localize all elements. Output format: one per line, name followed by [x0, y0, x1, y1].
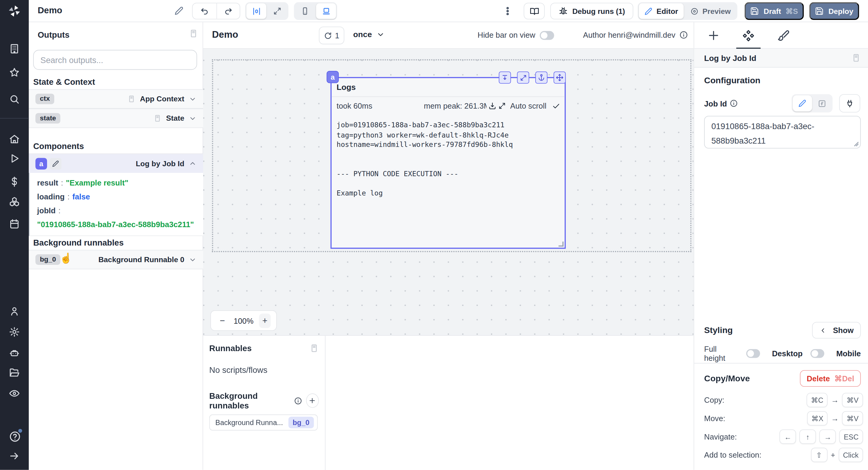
- users-icon[interactable]: [9, 306, 20, 317]
- bg-runnable-item[interactable]: Background Runna... bg_0: [209, 414, 318, 431]
- component-tag[interactable]: a: [327, 71, 339, 83]
- editor-tab[interactable]: Editor: [639, 3, 684, 19]
- add-bg-runnable-button[interactable]: [306, 393, 319, 408]
- info-icon[interactable]: [294, 396, 302, 405]
- ctx-row[interactable]: ctx App Context: [29, 89, 204, 109]
- search-outputs-input[interactable]: [33, 50, 197, 70]
- log-output[interactable]: job=01910865-188a-bab7-a3ec-588b9ba3c211…: [337, 120, 513, 198]
- help-notification-dot: [17, 428, 23, 434]
- static-input-mode-button[interactable]: [793, 95, 812, 111]
- schedules-icon[interactable]: [9, 218, 20, 230]
- section-divider: [694, 363, 868, 363]
- info-icon[interactable]: [679, 30, 688, 39]
- connect-input-button[interactable]: [839, 94, 860, 113]
- insert-tab-plus-icon[interactable]: [707, 29, 719, 41]
- bg0-row[interactable]: bg_0 Background Runnable 0: [29, 250, 204, 269]
- chevron-down-icon[interactable]: [189, 95, 196, 103]
- state-row[interactable]: state State: [29, 109, 204, 128]
- chevron-down-icon[interactable]: [189, 114, 196, 122]
- kbd-cmd-v: ⌘V: [842, 411, 863, 425]
- audit-icon[interactable]: [9, 388, 20, 399]
- desktop-label: Desktop: [772, 349, 802, 358]
- kebab-menu-icon[interactable]: [503, 6, 513, 16]
- run-mode-dropdown[interactable]: once: [353, 30, 384, 39]
- docs-button[interactable]: [524, 3, 545, 19]
- settings-component-name: Log by Job Id: [704, 53, 756, 62]
- desktop-toggle[interactable]: [810, 349, 824, 358]
- copy-label: Copy:: [704, 395, 724, 404]
- navigate-shortcut-row: Navigate: ← ↑ → ESC: [704, 429, 863, 444]
- autoscroll-check-icon[interactable]: [552, 102, 560, 110]
- move-handle[interactable]: [554, 71, 566, 84]
- search-icon[interactable]: [9, 93, 20, 105]
- favorites-icon[interactable]: [9, 67, 20, 78]
- centered-canvas-button[interactable]: [246, 3, 266, 19]
- full-height-toggle[interactable]: [746, 349, 760, 358]
- info-icon[interactable]: [730, 99, 738, 108]
- help-icon[interactable]: [9, 431, 21, 443]
- bg-runnables-title: Background runnables: [209, 391, 290, 410]
- result-kv[interactable]: result:"Example result": [37, 178, 195, 187]
- loading-kv[interactable]: loading:false: [37, 192, 195, 201]
- debug-runs-button[interactable]: Debug runs (1): [550, 3, 633, 19]
- redo-button[interactable]: [216, 3, 240, 19]
- styling-tab-brush-icon[interactable]: [777, 29, 789, 41]
- expand-logs-icon[interactable]: [498, 102, 506, 110]
- panel-doc-icon[interactable]: [310, 344, 319, 353]
- component-settings-panel: Log by Job Id Configuration Job Id 01910…: [693, 22, 868, 470]
- settings-tabs: [694, 22, 868, 49]
- state-label: State: [166, 114, 184, 122]
- editor-center: Demo 1 once Hide bar on view Author henr…: [203, 22, 693, 470]
- component-a-row[interactable]: a Log by Job Id: [29, 153, 204, 173]
- chevron-up-icon[interactable]: [189, 159, 196, 168]
- component-resize-handle[interactable]: [558, 242, 564, 247]
- resources-icon[interactable]: [9, 196, 20, 207]
- workspace-icon[interactable]: [9, 43, 20, 54]
- fx-input-mode-button[interactable]: [812, 95, 831, 111]
- expand-down-handle[interactable]: [499, 71, 511, 84]
- hide-bar-toggle[interactable]: [540, 31, 554, 40]
- deploy-button[interactable]: Deploy: [809, 2, 859, 20]
- variables-icon[interactable]: [9, 176, 20, 187]
- runs-icon[interactable]: [9, 153, 20, 164]
- zoom-out-button[interactable]: −: [216, 314, 228, 328]
- full-height-label: Full height: [704, 345, 738, 362]
- delete-component-button[interactable]: Delete ⌘Del: [800, 370, 861, 387]
- undo-button[interactable]: [193, 3, 216, 19]
- rename-app-icon[interactable]: [175, 6, 184, 16]
- zoom-in-button[interactable]: +: [259, 314, 271, 328]
- collapse-icon[interactable]: [9, 450, 20, 462]
- kbd-esc: ESC: [839, 429, 863, 444]
- download-logs-icon[interactable]: [488, 102, 496, 110]
- history-group: [192, 3, 240, 19]
- app-canvas[interactable]: a Logs took 60ms mem peak: 261.3MB Auto …: [203, 49, 693, 335]
- logs-component[interactable]: a Logs took 60ms mem peak: 261.3MB Auto …: [331, 77, 566, 248]
- draft-button[interactable]: Draft ⌘S: [744, 2, 804, 20]
- preview-tab[interactable]: Preview: [685, 3, 736, 19]
- result-key: result: [37, 178, 58, 187]
- settings-tab-components-icon[interactable]: [742, 29, 754, 41]
- workers-icon[interactable]: [9, 348, 20, 359]
- kbd-arrow-up: ↑: [800, 429, 816, 444]
- home-icon[interactable]: [9, 134, 20, 145]
- folders-icon[interactable]: [9, 368, 20, 379]
- panel-doc-icon[interactable]: [851, 53, 861, 62]
- edit-component-id-icon[interactable]: [50, 158, 61, 170]
- settings-icon[interactable]: [9, 326, 20, 337]
- jobid-input[interactable]: 01910865-188a-bab7-a3ec-588b9ba3c211: [704, 116, 861, 148]
- jobid-kv[interactable]: jobId:: [37, 206, 195, 215]
- run-mode-value: once: [353, 30, 372, 39]
- desktop-view-button[interactable]: [316, 3, 336, 19]
- show-styling-button[interactable]: Show: [812, 322, 861, 339]
- windmill-logo-icon[interactable]: [8, 4, 21, 18]
- jobid-value-row[interactable]: "01910865-188a-bab7-a3ec-588b9ba3c211": [37, 220, 195, 229]
- chevron-down-icon[interactable]: [189, 256, 196, 264]
- fullscreen-handle[interactable]: [517, 71, 529, 84]
- bug-icon: [558, 6, 568, 16]
- chevron-left-icon: [819, 327, 827, 334]
- refresh-count-button[interactable]: 1: [319, 27, 344, 45]
- panel-doc-icon[interactable]: [189, 29, 198, 38]
- full-canvas-button[interactable]: [267, 3, 287, 19]
- anchor-handle[interactable]: [535, 71, 547, 84]
- mobile-view-button[interactable]: [295, 3, 315, 19]
